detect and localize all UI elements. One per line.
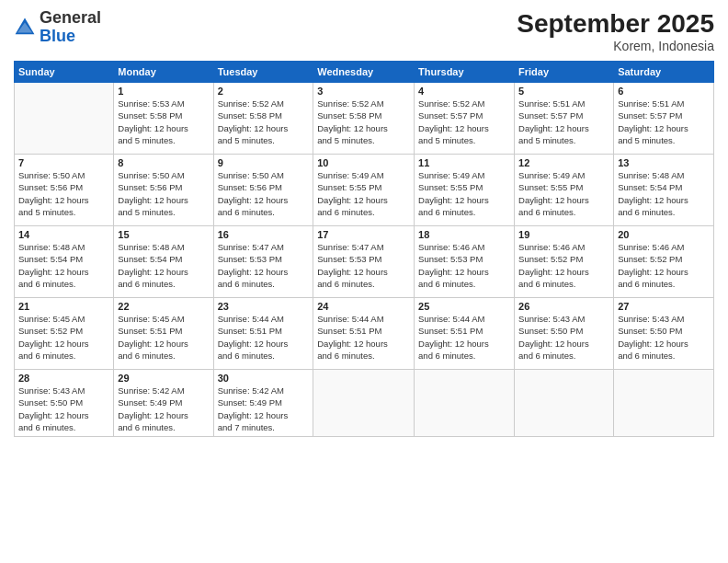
calendar-cell: 14Sunrise: 5:48 AM Sunset: 5:54 PM Dayli… <box>15 226 114 298</box>
day-info: Sunrise: 5:53 AM Sunset: 5:58 PM Dayligh… <box>118 98 209 146</box>
location: Korem, Indonesia <box>517 39 714 53</box>
calendar-cell: 10Sunrise: 5:49 AM Sunset: 5:55 PM Dayli… <box>313 155 415 226</box>
day-info: Sunrise: 5:45 AM Sunset: 5:51 PM Dayligh… <box>118 313 209 362</box>
day-number: 19 <box>518 229 609 240</box>
calendar-cell: 16Sunrise: 5:47 AM Sunset: 5:53 PM Dayli… <box>213 226 313 298</box>
day-header-friday: Friday <box>515 62 614 83</box>
calendar-cell: 25Sunrise: 5:44 AM Sunset: 5:51 PM Dayli… <box>415 298 515 370</box>
calendar-cell: 13Sunrise: 5:48 AM Sunset: 5:54 PM Dayli… <box>614 155 714 226</box>
day-info: Sunrise: 5:46 AM Sunset: 5:53 PM Dayligh… <box>418 241 510 290</box>
day-info: Sunrise: 5:44 AM Sunset: 5:51 PM Dayligh… <box>418 313 510 362</box>
day-number: 21 <box>18 301 109 312</box>
day-info: Sunrise: 5:50 AM Sunset: 5:56 PM Dayligh… <box>118 169 209 218</box>
logo: General Blue <box>14 9 101 46</box>
day-number: 8 <box>118 157 209 168</box>
logo-text: General Blue <box>40 9 101 46</box>
calendar-cell: 27Sunrise: 5:43 AM Sunset: 5:50 PM Dayli… <box>614 298 714 370</box>
day-number: 18 <box>418 229 510 240</box>
day-number: 2 <box>218 86 310 97</box>
day-info: Sunrise: 5:43 AM Sunset: 5:50 PM Dayligh… <box>518 313 609 362</box>
calendar-cell: 23Sunrise: 5:44 AM Sunset: 5:51 PM Dayli… <box>213 298 313 370</box>
day-number: 3 <box>317 86 410 97</box>
month-year: September 2025 <box>517 9 714 39</box>
day-number: 5 <box>518 86 609 97</box>
day-number: 6 <box>618 86 710 97</box>
calendar-cell: 11Sunrise: 5:49 AM Sunset: 5:55 PM Dayli… <box>415 155 515 226</box>
day-info: Sunrise: 5:46 AM Sunset: 5:52 PM Dayligh… <box>618 241 710 290</box>
calendar-cell: 9Sunrise: 5:50 AM Sunset: 5:56 PM Daylig… <box>213 155 313 226</box>
calendar-cell: 8Sunrise: 5:50 AM Sunset: 5:56 PM Daylig… <box>114 155 213 226</box>
day-number: 1 <box>118 86 209 97</box>
day-number: 11 <box>418 157 510 168</box>
day-number: 7 <box>18 157 109 168</box>
calendar-cell: 6Sunrise: 5:51 AM Sunset: 5:57 PM Daylig… <box>614 83 714 155</box>
day-info: Sunrise: 5:50 AM Sunset: 5:56 PM Dayligh… <box>218 169 310 218</box>
day-number: 9 <box>218 157 310 168</box>
day-info: Sunrise: 5:47 AM Sunset: 5:53 PM Dayligh… <box>317 241 410 290</box>
day-number: 30 <box>218 373 310 384</box>
day-info: Sunrise: 5:51 AM Sunset: 5:57 PM Dayligh… <box>618 98 710 146</box>
day-number: 27 <box>618 301 710 312</box>
day-number: 24 <box>317 301 410 312</box>
calendar-cell: 20Sunrise: 5:46 AM Sunset: 5:52 PM Dayli… <box>614 226 714 298</box>
calendar-cell <box>515 370 614 437</box>
calendar-cell: 12Sunrise: 5:49 AM Sunset: 5:55 PM Dayli… <box>515 155 614 226</box>
day-number: 4 <box>418 86 510 97</box>
logo-icon <box>14 17 36 39</box>
calendar-cell: 29Sunrise: 5:42 AM Sunset: 5:49 PM Dayli… <box>114 370 213 437</box>
day-header-wednesday: Wednesday <box>313 62 415 83</box>
calendar-cell: 4Sunrise: 5:52 AM Sunset: 5:57 PM Daylig… <box>415 83 515 155</box>
calendar-cell: 19Sunrise: 5:46 AM Sunset: 5:52 PM Dayli… <box>515 226 614 298</box>
day-number: 12 <box>518 157 609 168</box>
day-header-tuesday: Tuesday <box>213 62 313 83</box>
day-info: Sunrise: 5:42 AM Sunset: 5:49 PM Dayligh… <box>118 385 209 433</box>
day-number: 17 <box>317 229 410 240</box>
calendar-cell <box>415 370 515 437</box>
day-info: Sunrise: 5:44 AM Sunset: 5:51 PM Dayligh… <box>218 313 310 362</box>
day-info: Sunrise: 5:47 AM Sunset: 5:53 PM Dayligh… <box>218 241 310 290</box>
day-info: Sunrise: 5:42 AM Sunset: 5:49 PM Dayligh… <box>218 385 310 433</box>
day-number: 15 <box>118 229 209 240</box>
calendar-cell: 22Sunrise: 5:45 AM Sunset: 5:51 PM Dayli… <box>114 298 213 370</box>
calendar-cell: 18Sunrise: 5:46 AM Sunset: 5:53 PM Dayli… <box>415 226 515 298</box>
day-info: Sunrise: 5:52 AM Sunset: 5:57 PM Dayligh… <box>418 98 510 146</box>
day-header-monday: Monday <box>114 62 213 83</box>
day-header-sunday: Sunday <box>15 62 114 83</box>
day-info: Sunrise: 5:49 AM Sunset: 5:55 PM Dayligh… <box>518 169 609 218</box>
day-number: 28 <box>18 373 109 384</box>
day-number: 23 <box>218 301 310 312</box>
day-info: Sunrise: 5:46 AM Sunset: 5:52 PM Dayligh… <box>518 241 609 290</box>
day-header-thursday: Thursday <box>415 62 515 83</box>
day-number: 22 <box>118 301 209 312</box>
calendar-cell: 21Sunrise: 5:45 AM Sunset: 5:52 PM Dayli… <box>15 298 114 370</box>
day-info: Sunrise: 5:48 AM Sunset: 5:54 PM Dayligh… <box>118 241 209 290</box>
calendar-cell <box>614 370 714 437</box>
day-info: Sunrise: 5:50 AM Sunset: 5:56 PM Dayligh… <box>18 169 109 218</box>
calendar-cell <box>15 83 114 155</box>
day-info: Sunrise: 5:48 AM Sunset: 5:54 PM Dayligh… <box>618 169 710 218</box>
day-info: Sunrise: 5:44 AM Sunset: 5:51 PM Dayligh… <box>317 313 410 362</box>
calendar-cell: 28Sunrise: 5:43 AM Sunset: 5:50 PM Dayli… <box>15 370 114 437</box>
day-number: 10 <box>317 157 410 168</box>
day-number: 20 <box>618 229 710 240</box>
day-info: Sunrise: 5:48 AM Sunset: 5:54 PM Dayligh… <box>18 241 109 290</box>
day-number: 26 <box>518 301 609 312</box>
day-info: Sunrise: 5:52 AM Sunset: 5:58 PM Dayligh… <box>218 98 310 146</box>
calendar: SundayMondayTuesdayWednesdayThursdayFrid… <box>14 61 714 437</box>
calendar-cell: 17Sunrise: 5:47 AM Sunset: 5:53 PM Dayli… <box>313 226 415 298</box>
day-number: 29 <box>118 373 209 384</box>
calendar-cell: 3Sunrise: 5:52 AM Sunset: 5:58 PM Daylig… <box>313 83 415 155</box>
day-info: Sunrise: 5:43 AM Sunset: 5:50 PM Dayligh… <box>18 385 109 433</box>
day-number: 16 <box>218 229 310 240</box>
calendar-header-row: SundayMondayTuesdayWednesdayThursdayFrid… <box>15 62 714 83</box>
title-area: September 2025 Korem, Indonesia <box>517 9 714 53</box>
day-info: Sunrise: 5:51 AM Sunset: 5:57 PM Dayligh… <box>518 98 609 146</box>
day-info: Sunrise: 5:52 AM Sunset: 5:58 PM Dayligh… <box>317 98 410 146</box>
calendar-cell <box>313 370 415 437</box>
day-info: Sunrise: 5:45 AM Sunset: 5:52 PM Dayligh… <box>18 313 109 362</box>
calendar-cell: 30Sunrise: 5:42 AM Sunset: 5:49 PM Dayli… <box>213 370 313 437</box>
calendar-cell: 15Sunrise: 5:48 AM Sunset: 5:54 PM Dayli… <box>114 226 213 298</box>
day-info: Sunrise: 5:49 AM Sunset: 5:55 PM Dayligh… <box>418 169 510 218</box>
day-number: 14 <box>18 229 109 240</box>
day-number: 25 <box>418 301 510 312</box>
